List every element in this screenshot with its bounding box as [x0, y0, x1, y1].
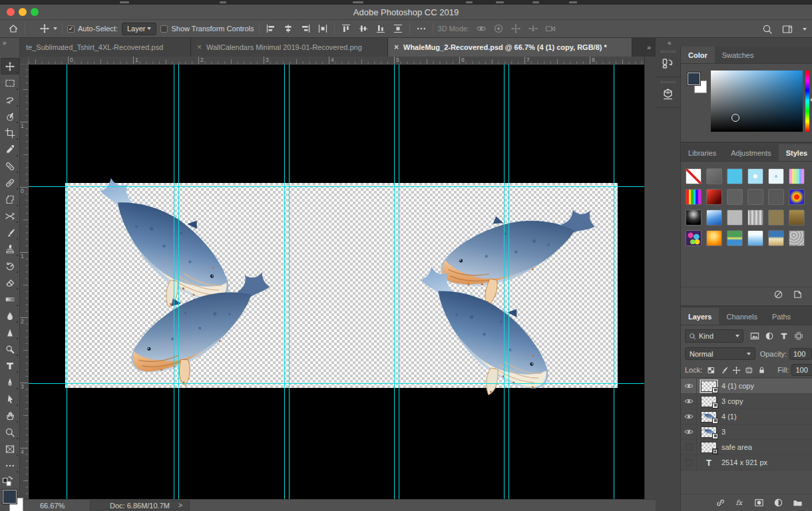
style-swatch-gold-gradient[interactable] — [789, 210, 805, 226]
horizontal-guide[interactable] — [29, 186, 644, 187]
style-swatch-black-dome[interactable] — [686, 210, 702, 226]
color-field[interactable] — [711, 71, 803, 132]
layer-thumbnail[interactable] — [701, 381, 717, 392]
lock-transparency-icon[interactable] — [705, 363, 717, 377]
close-tab-icon[interactable]: × — [394, 43, 399, 52]
home-icon[interactable] — [7, 23, 20, 35]
pixel-filter-icon[interactable] — [747, 329, 762, 343]
lasso-tool[interactable] — [1, 91, 19, 108]
vertical-guide[interactable] — [399, 65, 399, 499]
style-swatch-orange-gloss[interactable] — [706, 230, 722, 246]
lock-position-icon[interactable] — [730, 363, 743, 377]
align-top-icon[interactable] — [339, 23, 353, 35]
brush-tool[interactable] — [1, 224, 19, 241]
new-style-icon[interactable] — [793, 289, 803, 299]
close-tab-icon[interactable]: × — [197, 43, 202, 52]
eyedropper-tool[interactable] — [1, 141, 19, 158]
distribute-v-icon[interactable] — [391, 23, 405, 35]
blur-tool[interactable] — [1, 307, 19, 324]
layer-visibility-empty[interactable] — [681, 440, 697, 455]
align-center-h-icon[interactable] — [282, 23, 295, 35]
style-swatch-blue-gloss[interactable] — [706, 210, 722, 226]
heal-tool[interactable] — [1, 174, 19, 191]
document-tab-1[interactable]: te_Sublimated_Tshirt_4XL-Recovered.psd — [20, 38, 191, 57]
layer-visibility-empty[interactable] — [681, 455, 697, 470]
layer-row[interactable]: 4 (1) copy — [681, 379, 812, 394]
move-tool[interactable] — [1, 58, 19, 75]
style-swatch-brushed-texture[interactable] — [747, 210, 763, 226]
link-icon[interactable] — [715, 498, 725, 508]
align-right-icon[interactable] — [299, 23, 312, 35]
layer-thumbnail[interactable] — [701, 396, 717, 407]
sharpen-tool[interactable] — [1, 324, 19, 341]
no-style-icon[interactable] — [773, 289, 783, 299]
layer-visibility-eye-icon[interactable] — [681, 425, 697, 440]
tab-styles[interactable]: Styles — [779, 144, 812, 161]
search-icon[interactable] — [761, 23, 774, 35]
style-swatch-sky-gradient[interactable] — [747, 230, 763, 246]
artboard-filter-icon[interactable] — [791, 329, 806, 343]
canvas-viewport[interactable] — [29, 65, 644, 499]
frame-tool[interactable] — [1, 440, 19, 457]
layer-thumbnail[interactable] — [701, 426, 717, 438]
ruler-origin-corner[interactable] — [20, 57, 29, 65]
auto-select-target-dropdown[interactable]: Layer — [122, 23, 157, 35]
tab-overflow-chevron[interactable]: » — [647, 43, 650, 51]
layer-thumbnail[interactable] — [701, 442, 717, 453]
vertical-guide[interactable] — [394, 65, 395, 499]
tab-swatches[interactable]: Swatches — [715, 47, 761, 63]
vertical-guide[interactable] — [289, 65, 290, 499]
opacity-value-field[interactable]: 100 — [789, 348, 812, 360]
document-size-info[interactable]: Doc: 6.86M/10.7M — [90, 500, 190, 510]
style-swatch-light-dot[interactable] — [768, 168, 784, 184]
foreground-color-swatch[interactable] — [2, 489, 17, 504]
document-tab-2[interactable]: ×WallCalendars Minimal 2019-01-Recovered… — [191, 38, 388, 57]
layer-mask-icon[interactable] — [754, 498, 764, 508]
show-transform-controls-checkbox[interactable] — [160, 25, 168, 33]
vertical-guide[interactable] — [178, 65, 179, 499]
vertical-guide[interactable] — [67, 65, 67, 499]
default-colors-icon[interactable] — [2, 475, 18, 487]
type-tool[interactable] — [1, 357, 19, 374]
style-swatch-flat-cyan[interactable] — [727, 168, 743, 184]
style-swatch-clear-style[interactable] — [686, 168, 702, 184]
vertical-guide[interactable] — [504, 65, 505, 499]
zoom-level-value[interactable]: 66.67% — [40, 502, 65, 510]
layer-row[interactable]: 4 (1) — [681, 409, 812, 425]
fill-value-field[interactable]: 100 — [791, 364, 812, 376]
crop-tool[interactable] — [1, 124, 19, 141]
zoom-tool[interactable] — [1, 424, 19, 440]
lock-all-icon[interactable] — [755, 363, 768, 377]
tab-channels[interactable]: Channels — [719, 308, 764, 325]
document-tab-3[interactable]: ×WhaleMug_2-Recovered.psd @ 66.7% (4 (1)… — [388, 38, 632, 57]
clone-stamp-tool[interactable] — [1, 241, 19, 257]
foreground-color-swatch[interactable] — [687, 72, 701, 86]
move-tool-preset-icon[interactable] — [38, 23, 51, 35]
patch-tool[interactable] — [1, 191, 19, 208]
auto-select-checkbox[interactable]: ✓ — [67, 25, 75, 33]
style-swatch-gray-noise[interactable] — [789, 230, 805, 246]
workspace-switcher-icon[interactable] — [781, 23, 794, 35]
style-swatch-beach-bands[interactable] — [768, 230, 784, 246]
style-swatch-green-blue-bands[interactable] — [727, 230, 743, 246]
tab-layers[interactable]: Layers — [681, 308, 719, 325]
layer-row[interactable]: 3 copy — [681, 394, 812, 409]
more-tools-tool[interactable] — [1, 457, 19, 474]
quick-select-tool[interactable] — [1, 108, 19, 124]
lock-paint-icon[interactable] — [717, 363, 730, 377]
layer-visibility-eye-icon[interactable] — [681, 379, 697, 394]
layer-visibility-eye-icon[interactable] — [681, 409, 697, 425]
workspace-chevron-icon[interactable] — [803, 28, 807, 31]
style-swatch-flat-olive[interactable] — [768, 210, 784, 226]
blend-mode-dropdown[interactable]: Normal — [685, 347, 755, 360]
tab-color[interactable]: Color — [681, 47, 715, 63]
vertical-ruler[interactable]: 101234 — [20, 65, 29, 499]
style-swatch-emboss-gray[interactable] — [706, 168, 722, 184]
layer-row[interactable]: 3 — [681, 425, 812, 440]
adjustment-layer-icon[interactable] — [773, 498, 783, 508]
history-panel-icon[interactable] — [660, 55, 677, 71]
layer-row[interactable]: safe area — [681, 440, 812, 455]
dodge-tool[interactable] — [1, 341, 19, 357]
lock-artboard-icon[interactable] — [743, 363, 755, 377]
tool-preset-chevron-icon[interactable] — [53, 27, 57, 30]
